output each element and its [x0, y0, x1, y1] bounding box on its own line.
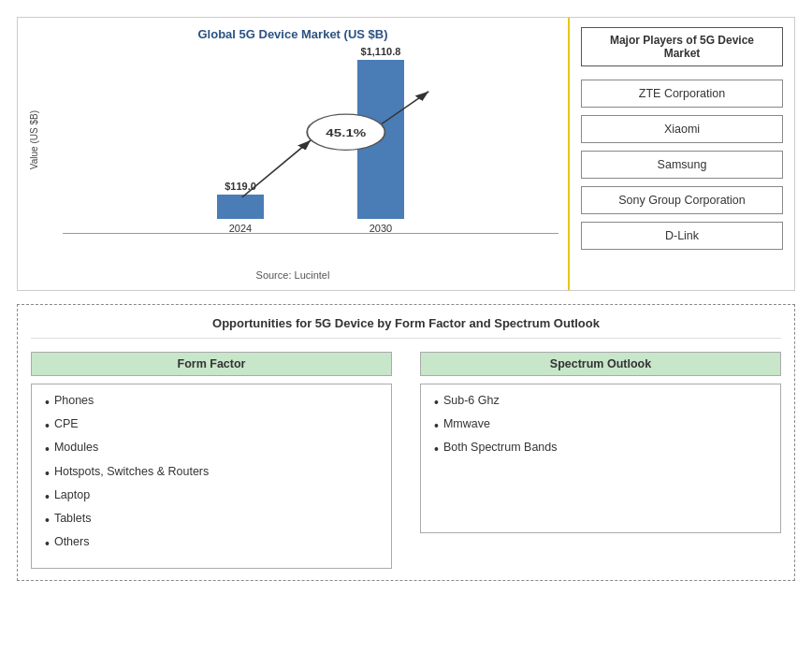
player-item-samsung: Samsung [581, 151, 783, 179]
top-section: Global 5G Device Market (US $B) Value (U… [17, 17, 795, 291]
player-item-zte: ZTE Corporation [581, 80, 783, 108]
bullet-icon: • [434, 441, 439, 457]
bullet-icon: • [45, 512, 50, 529]
bar-2024: $119.0 2024 [217, 181, 264, 234]
form-factor-item-2: Modules [54, 441, 98, 454]
list-item: • Mmwave [434, 417, 767, 434]
chart-area: Global 5G Device Market (US $B) Value (U… [18, 18, 570, 290]
bar-2024-rect [217, 195, 264, 219]
columns-wrapper: Form Factor • Phones • CPE • Modules • H… [31, 352, 781, 569]
list-item: • Tablets [45, 512, 378, 529]
spectrum-header: Spectrum Outlook [420, 352, 781, 376]
form-factor-item-0: Phones [54, 394, 94, 407]
list-item: • Laptop [45, 488, 378, 505]
spectrum-item-2: Both Spectrum Bands [443, 441, 558, 454]
form-factor-item-4: Laptop [54, 488, 90, 501]
list-item: • Hotspots, Switches & Routers [45, 465, 378, 482]
bar-2024-label: 2024 [229, 223, 252, 234]
chart-title: Global 5G Device Market (US $B) [27, 27, 558, 41]
form-factor-header: Form Factor [31, 352, 392, 376]
spectrum-item-1: Mmwave [443, 417, 490, 430]
bullet-icon: • [45, 535, 50, 552]
bullet-icon: • [434, 417, 439, 434]
list-item: • Both Spectrum Bands [434, 441, 767, 457]
player-item-sony: Sony Group Corporation [581, 186, 783, 214]
players-title: Major Players of 5G Device Market [581, 27, 783, 66]
list-item: • Others [45, 535, 378, 552]
bullet-icon: • [45, 465, 50, 482]
bottom-section: Opportunities for 5G Device by Form Fact… [17, 304, 795, 581]
bullet-icon: • [45, 488, 50, 505]
bullet-icon: • [45, 417, 50, 434]
player-item-dlink: D-Link [581, 222, 783, 250]
bar-2030-value: $1,110.8 [361, 46, 401, 57]
form-factor-item-6: Others [54, 535, 90, 548]
form-factor-items-box: • Phones • CPE • Modules • Hotspots, Swi… [31, 384, 392, 569]
list-item: • Phones [45, 394, 378, 411]
bullet-icon: • [45, 394, 50, 411]
bar-2030-label: 2030 [370, 223, 392, 234]
list-item: • Modules [45, 441, 378, 457]
players-area: Major Players of 5G Device Market ZTE Co… [570, 18, 794, 290]
form-factor-column: Form Factor • Phones • CPE • Modules • H… [31, 352, 392, 569]
bar-2024-value: $119.0 [225, 181, 256, 192]
bar-2030-rect [357, 60, 404, 219]
form-factor-item-1: CPE [54, 417, 79, 430]
bar-2030: $1,110.8 2030 [357, 46, 404, 234]
spectrum-column: Spectrum Outlook • Sub-6 Ghz • Mmwave • … [420, 352, 781, 569]
list-item: • CPE [45, 417, 378, 434]
bullet-icon: • [434, 394, 439, 411]
list-item: • Sub-6 Ghz [434, 394, 767, 411]
player-item-xiaomi: Xiaomi [581, 115, 783, 143]
spectrum-item-0: Sub-6 Ghz [443, 394, 500, 407]
bullet-icon: • [45, 441, 50, 457]
form-factor-item-5: Tablets [54, 512, 92, 525]
spectrum-items-box: • Sub-6 Ghz • Mmwave • Both Spectrum Ban… [420, 384, 781, 533]
y-axis-label: Value (US $B) [29, 110, 39, 169]
form-factor-item-3: Hotspots, Switches & Routers [54, 465, 209, 478]
bottom-title: Opportunities for 5G Device by Form Fact… [31, 316, 781, 339]
chart-source: Source: Lucintel [27, 269, 558, 281]
